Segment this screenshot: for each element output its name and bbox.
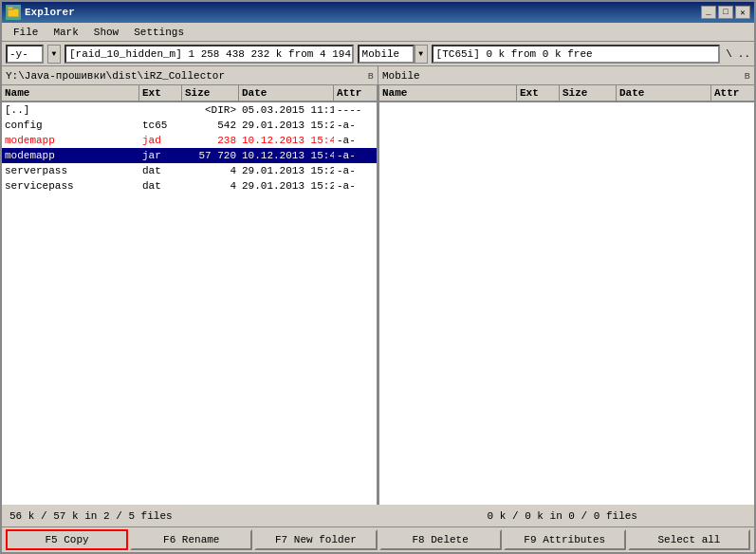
file-name-cell: config [2,119,139,132]
mobile-status-display: [TC65i] 0 k from 0 k free [432,45,721,64]
file-size-cell: 542 [182,119,239,132]
file-attr-cell: -a- [334,119,377,132]
bottom-button-rename[interactable]: F6 Rename [130,529,252,550]
left-col-date: Date [239,85,334,101]
title-bar: Explorer _ □ ✕ [2,2,754,23]
left-panel-path: Y:\Java-прошивки\dist\iRZ_Collector в [2,66,378,84]
file-date-cell: 29.01.2013 15:23 [239,119,334,132]
app-icon [6,5,21,20]
file-ext-cell: jad [139,134,182,147]
left-panel-handle[interactable]: в [367,70,374,82]
file-attr-cell: ---- [334,103,377,117]
file-attr-cell: -a- [334,134,377,147]
bottom-button-select-all[interactable]: Select all [628,529,750,550]
file-ext-cell [139,109,182,111]
file-attr-cell: -a- [334,179,377,193]
bottom-button-copy[interactable]: F5 Copy [6,529,128,550]
file-name-cell: modemapp [2,134,139,147]
file-size-cell: 57 720 [182,149,239,162]
right-col-ext: Ext [517,85,560,101]
right-col-headers: Name Ext Size Date Attr [379,85,754,102]
left-status: 56 k / 57 k in 2 / 5 files [9,510,378,522]
bottom-button-delete[interactable]: F8 Delete [379,529,502,550]
right-panel-handle[interactable]: в [744,70,750,82]
left-file-list: [..]<DIR>05.03.2015 11:10----configtc655… [2,102,377,505]
file-size-cell: 4 [182,179,239,193]
table-row[interactable]: servicepassdat429.01.2013 15:23-a- [2,178,377,194]
bottom-button-attributes[interactable]: F9 Attributes [504,529,626,550]
window-controls: _ □ ✕ [701,6,750,19]
left-col-attr: Attr [334,85,377,101]
menu-settings[interactable]: Settings [126,25,192,40]
right-col-date: Date [617,85,711,101]
bottom-bar: F5 CopyF6 RenameF7 New folderF8 DeleteF9… [2,527,754,552]
left-path-display: [raid_10_hidden_m] 1 258 438 232 k from … [65,45,354,64]
file-attr-cell: -a- [334,149,377,162]
right-col-attr: Attr [711,85,754,101]
svg-rect-1 [8,7,13,9]
file-date-cell: 10.12.2013 15:49 [239,149,334,162]
close-button[interactable]: ✕ [735,6,750,19]
backslash-label: \ [726,48,732,60]
file-name-cell: modemapp [2,149,139,162]
table-row[interactable]: configtc6554229.01.2013 15:23-a- [2,118,377,133]
mobile-selector[interactable]: Mobile [358,45,415,64]
mobile-dropdown-arrow[interactable]: ▼ [415,45,428,64]
file-attr-cell: -a- [334,164,377,177]
dots-label: .. [738,48,750,60]
minimize-button[interactable]: _ [701,6,716,19]
file-ext-cell: dat [139,164,182,177]
file-date-cell: 05.03.2015 11:10 [239,103,334,117]
drive-dropdown-arrow[interactable]: ▼ [47,45,61,64]
file-size-cell: 4 [182,164,239,177]
file-name-cell: serverpass [2,164,139,177]
right-col-size: Size [560,85,617,101]
right-col-name: Name [379,85,517,101]
table-row[interactable]: serverpassdat429.01.2013 15:23-a- [2,163,377,178]
menu-file[interactable]: File [6,25,46,40]
left-panel: Name Ext Size Date Attr [..]<DIR>05.03.2… [2,85,378,505]
file-ext-cell: dat [139,179,182,193]
left-col-name: Name [2,85,139,101]
file-ext-cell: tc65 [139,119,182,132]
toolbar: -y- ▼ [raid_10_hidden_m] 1 258 438 232 k… [2,42,754,66]
right-panel-path: Mobile в [378,66,754,84]
maximize-button[interactable]: □ [718,6,733,19]
right-status: 0 k / 0 k in 0 / 0 files [378,510,747,522]
bottom-button-new-folder[interactable]: F7 New folder [254,529,377,550]
left-col-headers: Name Ext Size Date Attr [2,85,377,102]
menu-bar: File Mark Show Settings [2,23,754,42]
table-row[interactable]: modemappjad23810.12.2013 15:49-a- [2,133,377,148]
status-bar: 56 k / 57 k in 2 / 5 files 0 k / 0 k in … [2,505,754,527]
app-title: Explorer [25,7,75,18]
menu-mark[interactable]: Mark [46,25,85,40]
file-size-cell: <DIR> [182,103,239,117]
table-row[interactable]: modemappjar57 72010.12.2013 15:49-a- [2,148,377,163]
file-ext-cell: jar [139,149,182,162]
file-date-cell: 29.01.2013 15:23 [239,179,334,193]
file-name-cell: servicepass [2,179,139,193]
right-file-list [379,102,754,505]
file-date-cell: 10.12.2013 15:49 [239,134,334,147]
file-name-cell: [..] [2,103,139,117]
table-row[interactable]: [..]<DIR>05.03.2015 11:10---- [2,102,377,118]
right-panel: Name Ext Size Date Attr [378,85,754,505]
file-date-cell: 29.01.2013 15:23 [239,164,334,177]
left-col-ext: Ext [139,85,182,101]
file-size-cell: 238 [182,134,239,147]
menu-show[interactable]: Show [86,25,126,40]
drive-selector[interactable]: -y- [6,45,44,64]
left-col-size: Size [182,85,239,101]
